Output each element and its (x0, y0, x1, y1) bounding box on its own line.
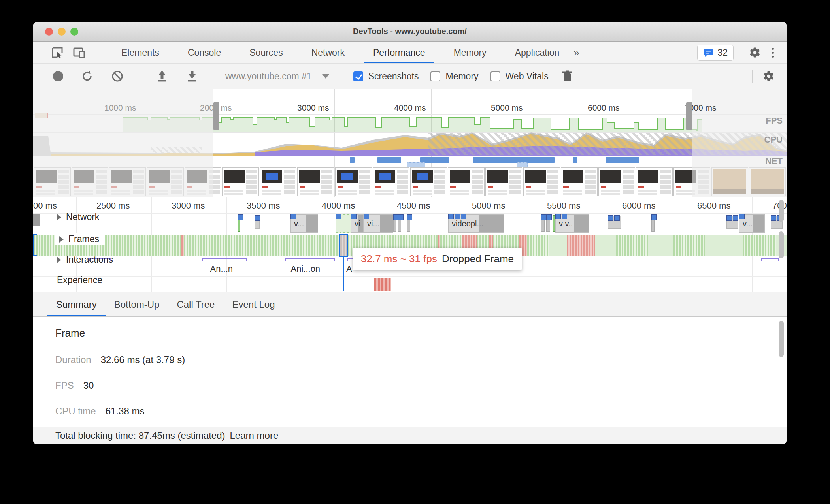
checkbox-screenshots[interactable]: Screenshots (353, 71, 419, 82)
network-request[interactable] (541, 215, 545, 232)
clear-icon[interactable] (111, 70, 123, 82)
screenshot-thumbnail[interactable] (448, 167, 485, 196)
dropped-frames-segment[interactable] (181, 235, 184, 256)
network-request[interactable] (238, 215, 240, 232)
network-request[interactable] (255, 216, 260, 229)
tab-memory[interactable]: Memory (440, 42, 501, 63)
track-label-experience[interactable]: Experience (57, 275, 102, 286)
interaction-bracket[interactable] (761, 258, 779, 261)
frames-segment[interactable] (648, 235, 673, 256)
scrollbar-thumb[interactable] (779, 200, 784, 222)
interaction-bracket[interactable] (285, 258, 335, 261)
layout-shift-block[interactable] (374, 278, 391, 291)
network-request[interactable] (407, 215, 410, 232)
screenshot-thumbnail[interactable] (523, 167, 560, 196)
screenshot-thumbnail[interactable] (222, 167, 259, 196)
disclosure-triangle-icon[interactable] (57, 257, 61, 263)
track-label-network[interactable]: Network (57, 212, 99, 222)
checkbox-box[interactable] (490, 71, 500, 81)
scrollbar-thumb[interactable] (779, 231, 784, 258)
network-request[interactable] (398, 215, 401, 232)
disclosure-triangle-icon[interactable] (57, 214, 61, 220)
screenshot-thumbnail[interactable] (335, 167, 372, 196)
tab-console[interactable]: Console (174, 42, 235, 63)
frames-segment[interactable] (595, 235, 616, 256)
checkbox-memory[interactable]: Memory (430, 71, 478, 82)
track-label-frames[interactable]: Frames (55, 233, 105, 245)
settings-gear-icon[interactable] (748, 46, 762, 59)
frames-segment[interactable] (616, 235, 648, 256)
disclosure-triangle-icon[interactable] (59, 236, 64, 243)
screenshot-thumbnail[interactable] (485, 167, 522, 196)
tab-call-tree[interactable]: Call Tree (168, 292, 223, 316)
panel-tabs: ElementsConsoleSourcesNetworkPerformance… (107, 42, 579, 63)
timeline-overview[interactable]: 1000 ms2000 ms3000 ms4000 ms5000 ms6000 … (33, 89, 787, 198)
screenshot-thumbnail[interactable] (561, 167, 598, 196)
reload-and-record-icon[interactable] (81, 70, 93, 82)
tab-bottom-up[interactable]: Bottom-Up (106, 292, 168, 316)
thumbnail-subscribe-button (338, 186, 343, 188)
load-profile-icon[interactable] (156, 70, 168, 83)
network-request[interactable]: videopl... (448, 214, 504, 233)
tab-summary[interactable]: Summary (47, 292, 106, 316)
track-label-interactions[interactable]: Interactions (57, 254, 113, 265)
more-tabs-chevron-icon[interactable]: » (573, 47, 579, 59)
screenshot-thumbnail[interactable] (297, 167, 334, 196)
timeline-tracks-pane[interactable]: 00 ms2500 ms3000 ms3500 ms4000 ms4500 ms… (33, 197, 787, 293)
inspect-element-icon[interactable] (51, 46, 64, 59)
frames-segment[interactable] (743, 235, 776, 256)
network-request[interactable] (33, 214, 40, 226)
tab-application[interactable]: Application (501, 42, 574, 63)
network-request[interactable] (726, 216, 738, 229)
frames-segment[interactable] (705, 235, 743, 256)
selection-right-handle[interactable] (686, 102, 692, 130)
network-request[interactable]: v v.. (555, 214, 589, 233)
thumbnail-sidebar (434, 170, 445, 194)
frames-segment[interactable] (527, 235, 549, 256)
selection-left-handle[interactable] (213, 102, 219, 130)
thumbnail-subscribe-button (450, 186, 456, 188)
network-request[interactable]: vi... (364, 214, 393, 233)
frames-segment[interactable] (549, 235, 567, 256)
tab-network[interactable]: Network (297, 42, 359, 63)
checkbox-web-vitals[interactable]: Web Vitals (490, 71, 549, 82)
network-request[interactable] (393, 215, 396, 232)
checkbox-box[interactable] (353, 71, 363, 81)
network-request[interactable]: vi (351, 214, 364, 233)
network-request[interactable] (336, 214, 353, 233)
tab-sources[interactable]: Sources (235, 42, 297, 63)
frames-segment[interactable] (184, 235, 339, 256)
trash-icon[interactable] (562, 70, 572, 82)
scrollbar-thumb[interactable] (779, 321, 784, 357)
network-request[interactable] (608, 216, 621, 229)
screenshot-thumbnail[interactable] (373, 167, 409, 196)
save-profile-icon[interactable] (186, 70, 198, 83)
thumbnail-sidebar (321, 170, 332, 194)
frames-segment[interactable] (673, 235, 705, 256)
device-toolbar-icon[interactable] (73, 46, 86, 59)
more-options-menu-icon[interactable] (769, 48, 777, 58)
issues-badge[interactable]: 32 (697, 45, 734, 61)
network-request[interactable] (546, 215, 550, 232)
capture-settings-gear-icon[interactable] (763, 70, 775, 82)
network-request[interactable] (651, 215, 655, 232)
overview-row-label-fps: FPS (766, 116, 783, 126)
screenshot-thumbnail[interactable] (598, 167, 635, 196)
screenshot-thumbnail[interactable] (636, 167, 673, 196)
tab-performance[interactable]: Performance (359, 42, 440, 63)
network-request[interactable]: v... (290, 214, 318, 233)
interaction-bracket[interactable] (202, 258, 247, 261)
profile-select[interactable]: www.youtube.com #1 (225, 71, 329, 82)
overview-ruler-label: 1000 ms (104, 103, 136, 113)
network-request[interactable]: v... (739, 214, 765, 233)
dropped-frames-segment[interactable] (567, 235, 595, 256)
checkbox-box[interactable] (430, 71, 440, 81)
screenshot-thumbnail[interactable] (260, 167, 296, 196)
tab-elements[interactable]: Elements (107, 42, 174, 63)
network-request[interactable] (553, 215, 555, 232)
learn-more-link[interactable]: Learn more (230, 430, 279, 441)
screenshot-thumbnail[interactable] (410, 167, 447, 196)
record-button[interactable] (53, 71, 63, 81)
selected-frame[interactable] (339, 234, 348, 257)
tab-event-log[interactable]: Event Log (223, 292, 283, 316)
